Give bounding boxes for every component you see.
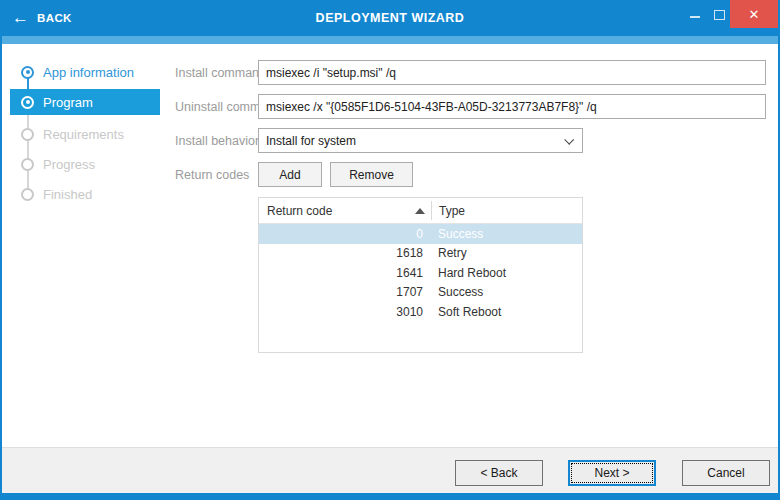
install-behavior-value: Install for system <box>266 134 356 148</box>
stepper-item-app-information[interactable]: App information <box>10 59 160 85</box>
step-label: Progress <box>43 157 95 172</box>
titlebar: ← BACK DEPLOYMENT WIZARD ✕ <box>0 0 780 36</box>
type-cell: Success <box>431 227 483 241</box>
step-pending-radio-icon <box>21 158 34 171</box>
return-code-cell: 1618 <box>259 246 431 260</box>
stepper-item-program[interactable]: Program <box>10 89 160 115</box>
type-cell: Soft Reboot <box>431 305 501 319</box>
step-pending-radio-icon <box>21 128 34 141</box>
step-completed-radio-icon <box>21 66 34 79</box>
back-nav[interactable]: ← BACK <box>12 0 72 36</box>
step-label: Finished <box>43 187 92 202</box>
back-arrow-icon: ← <box>12 9 29 26</box>
type-cell: Success <box>431 285 483 299</box>
deployment-wizard-window: ← BACK DEPLOYMENT WIZARD ✕ App informati… <box>0 0 780 500</box>
stepper-item-progress[interactable]: Progress <box>10 151 160 177</box>
footer-bar: < Back Next > Cancel <box>2 447 778 493</box>
window-border-left <box>0 36 2 500</box>
close-button[interactable]: ✕ <box>730 0 778 28</box>
install-command-input[interactable] <box>258 60 766 85</box>
step-label: App information <box>43 65 134 80</box>
add-return-code-button[interactable]: Add <box>258 162 322 187</box>
column-header-type[interactable]: Type <box>431 204 465 218</box>
stepper-item-requirements[interactable]: Requirements <box>10 121 160 147</box>
type-cell: Retry <box>431 246 467 260</box>
install-behavior-dropdown[interactable]: Install for system <box>258 128 583 153</box>
column-header-return-code[interactable]: Return code <box>259 204 431 218</box>
back-button[interactable]: < Back <box>455 460 543 486</box>
sort-ascending-icon <box>415 208 425 214</box>
step-active-radio-icon <box>21 96 34 109</box>
return-code-cell: 1641 <box>259 266 431 280</box>
window-border-bottom <box>0 493 780 500</box>
minimize-icon[interactable] <box>690 16 700 18</box>
table-row[interactable]: 1707 Success <box>259 283 582 303</box>
table-row[interactable]: 1618 Retry <box>259 244 582 264</box>
table-row[interactable]: 1641 Hard Reboot <box>259 263 582 283</box>
next-button[interactable]: Next > <box>568 460 656 486</box>
return-code-cell: 1707 <box>259 285 431 299</box>
cancel-button[interactable]: Cancel <box>682 460 770 486</box>
return-code-cell: 0 <box>259 227 431 241</box>
maximize-icon[interactable] <box>714 10 725 20</box>
column-separator <box>431 201 432 220</box>
type-cell: Hard Reboot <box>431 266 506 280</box>
remove-return-code-button[interactable]: Remove <box>330 162 413 187</box>
install-command-label: Install command <box>175 66 266 80</box>
chevron-down-icon <box>564 135 574 145</box>
step-label: Program <box>43 95 93 110</box>
stepper-item-finished[interactable]: Finished <box>10 181 160 207</box>
install-behavior-label: Install behavior <box>175 134 259 148</box>
return-codes-table: Return code Type 0 Success 1618 Retry 16… <box>258 197 583 353</box>
table-row[interactable]: 0 Success <box>259 224 582 244</box>
step-label: Requirements <box>43 127 124 142</box>
page-title: DEPLOYMENT WIZARD <box>0 0 780 36</box>
table-row[interactable]: 3010 Soft Reboot <box>259 302 582 322</box>
titlebar-accent-strip <box>0 36 780 44</box>
return-code-cell: 3010 <box>259 305 431 319</box>
return-codes-label: Return codes <box>175 168 249 182</box>
back-nav-label: BACK <box>37 12 72 24</box>
table-header-row: Return code Type <box>259 198 582 224</box>
step-pending-radio-icon <box>21 188 34 201</box>
uninstall-command-input[interactable] <box>258 94 766 119</box>
